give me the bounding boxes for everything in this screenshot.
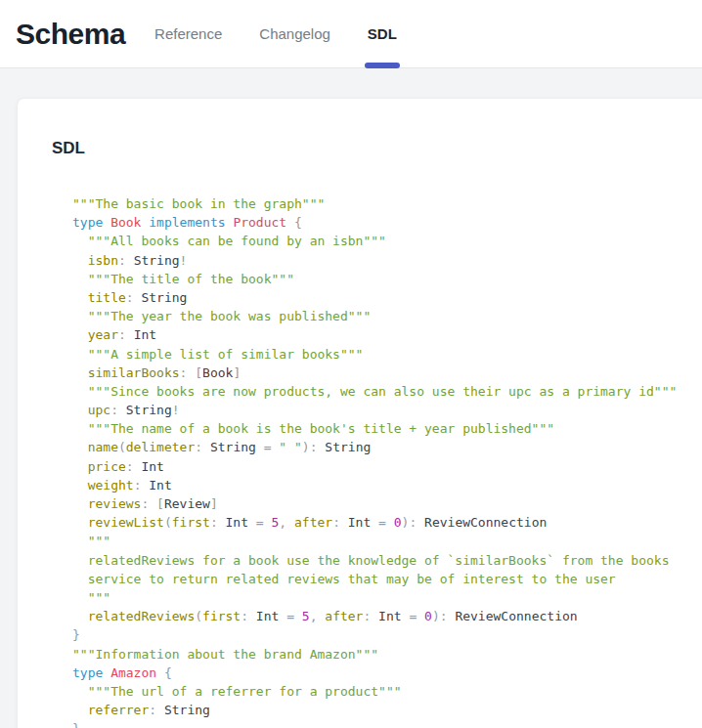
code-token: Product: [233, 215, 294, 230]
code-token: relatedReviews for a book use the knowle…: [72, 553, 669, 568]
sdl-heading: SDL: [52, 138, 702, 158]
code-token: """All books can be found by an isbn""": [72, 234, 386, 248]
code-token: """Information about the brand Amazon""": [72, 647, 378, 662]
code-token: =: [248, 515, 271, 530]
code-line: """The url of a referrer for a product""…: [72, 682, 702, 701]
code-line: relatedReviews for a book use the knowle…: [72, 551, 702, 570]
code-token: 0: [394, 515, 402, 530]
code-token: String: [134, 253, 180, 268]
code-token: :: [110, 403, 126, 417]
code-line: reviewList(first: Int = 5, after: Int = …: [72, 513, 702, 532]
code-token: ):: [402, 515, 424, 530]
code-line: """Since books are now products, we can …: [72, 382, 702, 401]
code-token: :: [126, 290, 142, 305]
code-token: Review: [164, 496, 210, 511]
code-token: (: [118, 440, 126, 454]
code-token: reviewList: [72, 515, 164, 530]
sdl-card: SDL """The basic book in the graph"""typ…: [17, 98, 702, 728]
code-line: """The name of a book is the book's titl…: [72, 419, 702, 438]
code-token: Int: [348, 515, 371, 530]
code-token: ):: [302, 440, 325, 454]
code-token: referrer: [72, 703, 149, 717]
code-token: title: [72, 290, 126, 305]
code-token: Book: [202, 365, 233, 380]
code-line: type Book implements Product {: [72, 213, 702, 232]
code-token: 0: [424, 609, 432, 623]
code-token: =: [279, 609, 301, 623]
code-line: type Amazon {: [72, 664, 702, 682]
code-line: weight: Int: [72, 476, 702, 494]
code-token: ]: [210, 496, 218, 511]
code-token: Int: [134, 327, 156, 342]
code-line: """The year the book was published""": [72, 307, 702, 325]
code-token: :: [363, 609, 378, 623]
code-token: type: [72, 215, 110, 230]
code-token: ReviewConnection: [455, 609, 577, 623]
tab-bar: Reference Changelog SDL: [154, 0, 397, 67]
code-line: """: [72, 588, 702, 607]
code-token: ,: [279, 515, 294, 530]
code-token: :: [332, 515, 348, 530]
code-line: isbn: String!: [72, 251, 702, 270]
code-token: ReviewConnection: [424, 515, 547, 530]
active-tab-indicator: [365, 63, 400, 68]
code-token: 5: [302, 609, 310, 623]
code-line: """A simple list of similar books""": [72, 345, 702, 364]
code-line: referrer: String: [72, 701, 702, 719]
code-line: year: Int: [72, 325, 702, 344]
code-token: """A simple list of similar books""": [72, 347, 363, 362]
code-token: :: [195, 440, 210, 454]
code-token: """The title of the book""": [72, 272, 294, 286]
code-token: """: [72, 534, 110, 548]
code-token: : [: [180, 365, 202, 380]
code-token: after: [294, 515, 332, 530]
code-token: !: [180, 253, 188, 268]
code-token: :: [210, 515, 226, 530]
code-token: : [: [141, 496, 163, 511]
code-token: after: [325, 609, 363, 623]
tab-sdl[interactable]: SDL: [368, 0, 397, 67]
sdl-code-block: """The basic book in the graph"""type Bo…: [72, 194, 702, 728]
code-line: """: [72, 532, 702, 550]
code-line: """Information about the brand Amazon""": [72, 645, 702, 664]
code-token: price: [72, 459, 126, 474]
code-token: """The url of a referrer for a product""…: [72, 684, 402, 699]
code-token: Int: [256, 609, 279, 623]
code-token: {: [164, 665, 172, 680]
code-token: :: [118, 253, 134, 268]
code-token: year: [72, 327, 118, 342]
code-token: }: [72, 627, 80, 642]
code-token: =: [371, 515, 393, 530]
code-token: :: [126, 459, 142, 474]
code-token: Int: [226, 515, 248, 530]
code-token: ]: [233, 365, 241, 380]
tab-reference-label: Reference: [154, 25, 222, 42]
schema-page: Schema Reference Changelog SDL SDL """Th…: [0, 0, 702, 728]
code-token: String: [325, 440, 371, 454]
code-line: }: [72, 719, 702, 728]
code-line: """All books can be found by an isbn""": [72, 232, 702, 250]
code-token: upc: [72, 403, 110, 417]
code-token: type: [72, 665, 110, 680]
code-token: :: [134, 478, 150, 492]
code-token: String: [210, 440, 256, 454]
code-token: Int: [378, 609, 401, 623]
code-line: """The basic book in the graph""": [72, 194, 702, 213]
code-token: :: [118, 327, 134, 342]
code-line: }: [72, 625, 702, 644]
code-line: reviews: [Review]: [72, 494, 702, 513]
tab-reference[interactable]: Reference: [154, 0, 222, 67]
code-token: =: [402, 609, 424, 623]
tab-changelog[interactable]: Changelog: [259, 0, 330, 67]
code-token: (: [164, 515, 172, 530]
page-header: Schema Reference Changelog SDL: [0, 0, 702, 68]
code-token: """Since books are now products, we can …: [72, 384, 677, 399]
code-token: """The name of a book is the book's titl…: [72, 421, 554, 436]
code-token: reviews: [72, 496, 141, 511]
code-token: first: [202, 609, 241, 623]
tab-sdl-label: SDL: [368, 25, 397, 42]
code-token: first: [172, 515, 210, 530]
code-token: {: [294, 215, 302, 230]
code-token: isbn: [72, 253, 118, 268]
code-token: Book: [110, 215, 149, 230]
